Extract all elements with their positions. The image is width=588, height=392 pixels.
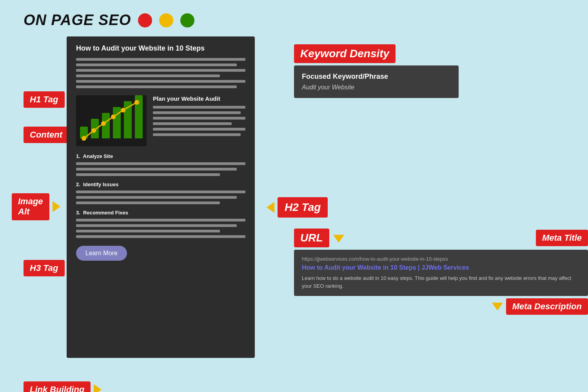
learn-more-button[interactable]: Learn More bbox=[76, 246, 127, 261]
dot-red bbox=[138, 13, 152, 27]
page-container: ON PAGE SEO H1 Tag Content ImageAlt H3 T… bbox=[0, 0, 588, 392]
chart-image bbox=[76, 95, 147, 146]
h2-line-1 bbox=[153, 106, 245, 109]
h3-tag-badge: H3 Tag bbox=[24, 260, 65, 276]
content-line-3 bbox=[76, 69, 245, 72]
meta-description-badge: Meta Description bbox=[506, 298, 588, 315]
list-item-1-title: 1. Analyze Site bbox=[76, 153, 245, 159]
li3-line-1 bbox=[76, 219, 245, 221]
h2-arrow-icon bbox=[267, 202, 274, 213]
page-title: ON PAGE SEO bbox=[24, 12, 131, 29]
list-item-2-title: 2. Identify Issues bbox=[76, 181, 245, 187]
chart-line-svg bbox=[76, 95, 147, 146]
header: ON PAGE SEO bbox=[0, 0, 588, 36]
svg-point-1 bbox=[91, 128, 96, 133]
url-badge: URL bbox=[294, 229, 329, 247]
mockup-h2: Plan your Website Audit bbox=[153, 95, 245, 102]
url-description: Learn how to do a website audit in 10 ea… bbox=[302, 274, 580, 290]
url-arrow-icon bbox=[333, 235, 344, 243]
svg-point-2 bbox=[101, 121, 106, 126]
list-item-3-text: Recommend Fixes bbox=[83, 210, 128, 216]
li2-line-3 bbox=[76, 201, 220, 204]
svg-point-5 bbox=[134, 100, 139, 105]
kd-panel-title: Focused Keyword/Phrase bbox=[302, 73, 451, 81]
page-mockup: How to Audit your Website in 10 Steps bbox=[67, 36, 255, 358]
svg-point-4 bbox=[121, 108, 125, 113]
meta-desc-arrow-icon bbox=[492, 303, 503, 310]
image-alt-badge: ImageAlt bbox=[12, 193, 49, 220]
url-title-text: How to Audit your Website in 10 Steps | … bbox=[302, 264, 580, 271]
url-text: https://jjwebservices.com/how-to-audit-y… bbox=[302, 256, 580, 262]
dot-green bbox=[180, 13, 194, 27]
keyword-density-badge: Keyword Density bbox=[294, 44, 396, 63]
h2-line-4 bbox=[153, 122, 232, 125]
h2-tag-badge: H2 Tag bbox=[278, 197, 328, 218]
li1-line-1 bbox=[76, 162, 245, 165]
list-item-3-title: 3. Recommend Fixes bbox=[76, 210, 245, 216]
svg-point-3 bbox=[111, 114, 116, 119]
li1-line-2 bbox=[76, 168, 237, 171]
content-line-1 bbox=[76, 58, 245, 61]
chart-text: Plan your Website Audit bbox=[153, 95, 245, 146]
li2-line-2 bbox=[76, 196, 237, 199]
li2-line-1 bbox=[76, 191, 245, 193]
li3-line-2 bbox=[76, 224, 237, 227]
image-alt-label: ImageAlt bbox=[12, 193, 60, 220]
list-section: 1. Analyze Site 2. Identify Issues 3. Re… bbox=[76, 153, 245, 238]
mockup-h1: How to Audit your Website in 10 Steps bbox=[76, 44, 245, 53]
h2-line-5 bbox=[153, 128, 245, 131]
content-line-2 bbox=[76, 64, 237, 66]
content-line-5 bbox=[76, 80, 245, 83]
link-building-badge: Link Building bbox=[24, 381, 91, 392]
page-bottom: Learn More bbox=[76, 246, 245, 261]
h2-line-2 bbox=[153, 111, 241, 114]
h1-tag-badge: H1 Tag bbox=[24, 91, 65, 108]
h2-line-6 bbox=[153, 133, 241, 136]
url-meta-panel: https://jjwebservices.com/how-to-audit-y… bbox=[294, 250, 588, 296]
h2-tag-label: H2 Tag bbox=[267, 197, 328, 218]
keyword-density-section: Keyword Density Focused Keyword/Phrase A… bbox=[294, 44, 459, 98]
url-label-area: URL Meta Title https://jjwebservices.com… bbox=[294, 229, 588, 315]
li1-line-3 bbox=[76, 173, 220, 176]
meta-title-badge: Meta Title bbox=[536, 230, 588, 246]
keyword-density-panel: Focused Keyword/Phrase Audit your Websit… bbox=[294, 65, 459, 98]
h2-line-3 bbox=[153, 117, 245, 120]
list-item-1-text: Analyze Site bbox=[83, 153, 113, 159]
li3-line-3 bbox=[76, 230, 220, 232]
dot-yellow bbox=[159, 13, 173, 27]
svg-point-0 bbox=[82, 136, 86, 141]
image-alt-arrow-icon bbox=[53, 201, 60, 212]
list-item-2-text: Identify Issues bbox=[83, 181, 118, 187]
chart-section: Plan your Website Audit bbox=[76, 95, 245, 146]
link-building-arrow-icon bbox=[94, 384, 102, 392]
link-building-label: Link Building bbox=[24, 381, 102, 392]
content-badge: Content bbox=[24, 127, 69, 143]
content-line-4 bbox=[76, 74, 220, 77]
kd-panel-value: Audit your Website bbox=[302, 84, 451, 91]
li3-line-4 bbox=[76, 235, 245, 238]
main-area: H1 Tag Content ImageAlt H3 Tag Link Buil… bbox=[0, 36, 588, 392]
content-line-6 bbox=[76, 85, 237, 88]
